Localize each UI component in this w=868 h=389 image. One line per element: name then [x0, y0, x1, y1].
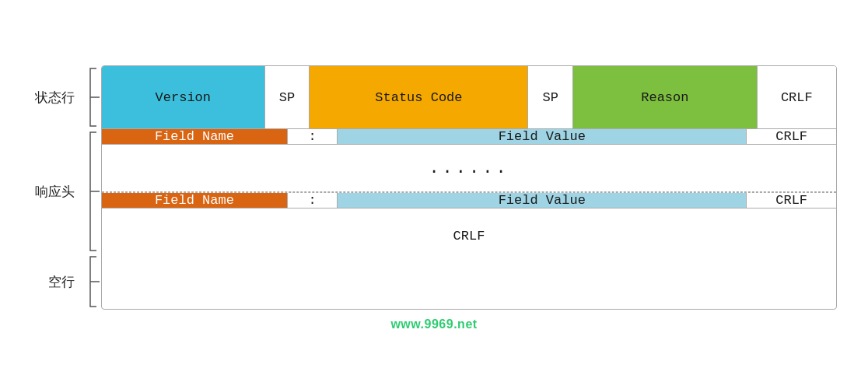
footer-url: www.9969.net [390, 317, 477, 331]
dots-row: ...... [102, 145, 836, 192]
cell-field-name-2: Field Name [102, 193, 288, 208]
cell-crlf-2: CRLF [747, 129, 836, 144]
brace-state-line [86, 65, 100, 129]
label-response-header: 响应头 [31, 129, 78, 254]
cell-sp-2: SP [528, 66, 573, 128]
cell-field-value-2: Field Value [338, 193, 747, 208]
cell-field-value-1: Field Value [338, 129, 747, 144]
cell-version: Version [102, 66, 265, 128]
cell-field-name-1: Field Name [102, 129, 288, 144]
cell-crlf-1: CRLF [758, 66, 836, 128]
diagram-container: 状态行 响应头 空行 [31, 65, 837, 310]
empty-line-row: CRLF [102, 209, 836, 263]
status-line-row: Version SP Status Code SP Reason CRLF [102, 66, 836, 129]
cell-reason: Reason [573, 66, 757, 128]
label-empty-line: 空行 [31, 254, 78, 310]
main-table: Version SP Status Code SP Reason CRLF [101, 65, 837, 310]
cell-crlf-empty: CRLF [102, 209, 836, 263]
brace-empty-line [86, 254, 100, 310]
label-state-line: 状态行 [31, 65, 78, 129]
cell-colon-1: : [288, 129, 338, 144]
diagram-wrapper: 状态行 响应头 空行 [0, 50, 868, 339]
labels-column: 状态行 响应头 空行 [31, 65, 78, 310]
cell-status-code: Status Code [310, 66, 528, 128]
braces-column [84, 65, 101, 310]
cell-sp-1: SP [265, 66, 310, 128]
header-field-row-2: Field Name : Field Value CRLF [102, 192, 836, 209]
header-field-row-1: Field Name : Field Value CRLF [102, 129, 836, 145]
cell-colon-2: : [288, 193, 338, 208]
cell-dots: ...... [102, 145, 836, 191]
cell-crlf-3: CRLF [747, 193, 836, 208]
brace-response-header [86, 129, 100, 254]
